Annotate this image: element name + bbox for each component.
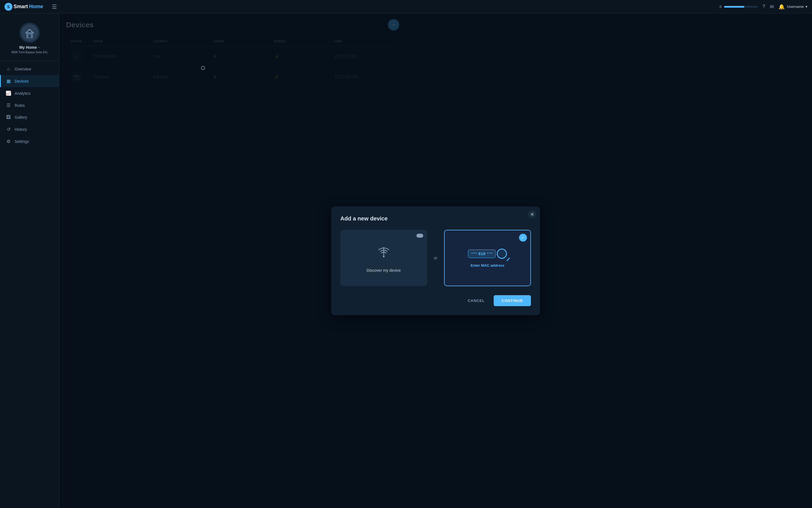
sidebar-item-label-settings: Settings — [15, 139, 29, 144]
modal-title: Add a new device — [340, 215, 406, 222]
hamburger-icon[interactable]: ☰ — [50, 2, 59, 11]
sidebar-item-history[interactable]: ↺ History — [0, 123, 59, 135]
gallery-icon: 🖼 — [6, 115, 11, 120]
sidebar-item-label-history: History — [15, 127, 27, 132]
analytics-icon: 📈 — [6, 90, 11, 96]
logo-smart: Smart — [13, 4, 28, 10]
modal-options: Discover my device or ✓ *** 010 *** — [340, 230, 406, 254]
logo-icon: S — [4, 3, 12, 11]
sidebar-item-settings[interactable]: ⚙ Settings — [0, 135, 59, 147]
sidebar: My Home ~ 9898 Trent Bypass Suite 541 ⌂ … — [0, 13, 59, 254]
sidebar-item-overview[interactable]: ⌂ Overview — [0, 63, 59, 75]
history-icon: ↺ — [6, 127, 11, 132]
home-address: 9898 Trent Bypass Suite 541 — [11, 51, 47, 54]
settings-icon: ⚙ — [6, 139, 11, 144]
app-logo[interactable]: S SmartHome — [4, 3, 50, 11]
rules-icon: ☰ — [6, 102, 11, 108]
sidebar-nav: ⌂ Overview ▦ Devices 📈 Analytics ☰ Rules… — [0, 61, 59, 254]
svg-rect-2 — [29, 34, 31, 38]
modal-overlay: ✕ Add a new device Discover my device — [59, 13, 406, 254]
avatar — [19, 23, 40, 43]
sidebar-item-gallery[interactable]: 🖼 Gallery — [0, 111, 59, 123]
svg-rect-3 — [31, 32, 33, 34]
discover-option[interactable]: Discover my device — [340, 230, 406, 254]
devices-icon: ▦ — [6, 78, 11, 84]
sidebar-profile: My Home ~ 9898 Trent Bypass Suite 541 — [0, 18, 59, 61]
sidebar-item-label-analytics: Analytics — [15, 91, 31, 95]
home-name-chevron-icon: ~ — [38, 46, 40, 49]
logo-home: Home — [29, 4, 43, 10]
add-device-modal: ✕ Add a new device Discover my device — [331, 206, 406, 254]
sidebar-item-devices[interactable]: ▦ Devices — [0, 75, 59, 87]
sidebar-item-label-rules: Rules — [15, 103, 25, 108]
overview-icon: ⌂ — [6, 67, 11, 72]
navbar: S SmartHome ☰ ≡ ? ✉ 🔔 Username ▾ — [0, 0, 406, 13]
wifi-icon — [375, 244, 392, 254]
sidebar-item-label-gallery: Gallery — [15, 115, 27, 120]
sidebar-item-analytics[interactable]: 📈 Analytics — [0, 87, 59, 99]
sidebar-item-label-devices: Devices — [15, 79, 29, 83]
sidebar-item-label-overview: Overview — [15, 67, 31, 71]
home-name[interactable]: My Home ~ — [19, 45, 39, 50]
sidebar-item-rules[interactable]: ☰ Rules — [0, 99, 59, 111]
